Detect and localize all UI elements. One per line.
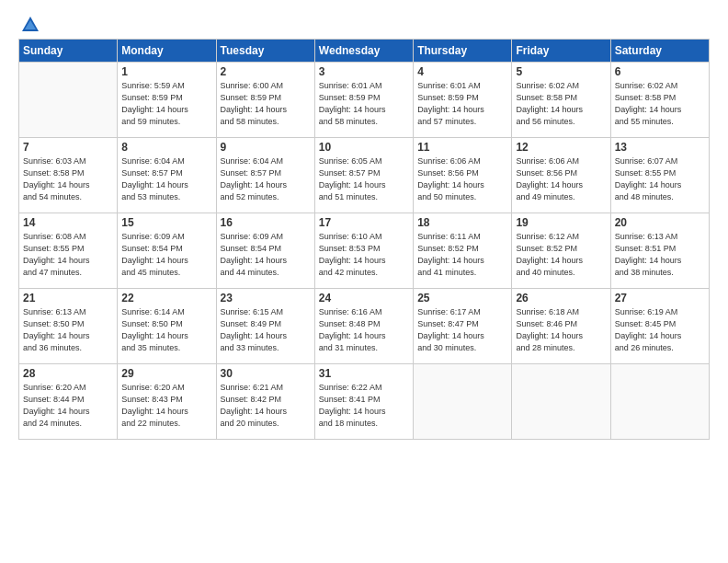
calendar-cell: 19Sunrise: 6:12 AMSunset: 8:52 PMDayligh… — [512, 213, 610, 289]
day-info: Sunrise: 6:06 AMSunset: 8:56 PMDaylight:… — [417, 155, 507, 203]
calendar-cell — [610, 364, 709, 440]
day-number: 5 — [516, 65, 606, 78]
day-number: 17 — [319, 216, 409, 229]
day-number: 23 — [221, 292, 311, 304]
calendar-cell: 24Sunrise: 6:16 AMSunset: 8:48 PMDayligh… — [314, 289, 413, 364]
day-info: Sunrise: 6:01 AMSunset: 8:59 PMDaylight:… — [417, 80, 507, 128]
day-number: 30 — [221, 367, 311, 380]
day-info: Sunrise: 6:13 AMSunset: 8:50 PMDaylight:… — [23, 306, 113, 354]
day-number: 28 — [23, 367, 113, 380]
weekday-header: Saturday — [610, 40, 709, 63]
day-info: Sunrise: 6:04 AMSunset: 8:57 PMDaylight:… — [221, 155, 311, 203]
day-number: 8 — [121, 141, 211, 154]
calendar-week-row: 7Sunrise: 6:03 AMSunset: 8:58 PMDaylight… — [19, 138, 710, 213]
calendar-cell: 1Sunrise: 5:59 AMSunset: 8:59 PMDaylight… — [118, 63, 216, 138]
calendar-cell: 27Sunrise: 6:19 AMSunset: 8:45 PMDayligh… — [610, 289, 709, 364]
day-number: 14 — [23, 216, 113, 229]
calendar-header-row: SundayMondayTuesdayWednesdayThursdayFrid… — [19, 40, 710, 63]
calendar-cell: 9Sunrise: 6:04 AMSunset: 8:57 PMDaylight… — [216, 138, 314, 213]
day-info: Sunrise: 6:12 AMSunset: 8:52 PMDaylight:… — [516, 231, 606, 279]
calendar-week-row: 28Sunrise: 6:20 AMSunset: 8:44 PMDayligh… — [19, 364, 710, 440]
day-number: 22 — [121, 292, 211, 304]
day-info: Sunrise: 6:09 AMSunset: 8:54 PMDaylight:… — [121, 231, 211, 279]
day-info: Sunrise: 6:19 AMSunset: 8:45 PMDaylight:… — [615, 306, 705, 354]
day-info: Sunrise: 6:00 AMSunset: 8:59 PMDaylight:… — [221, 80, 311, 128]
day-number: 6 — [615, 65, 705, 78]
calendar-cell: 26Sunrise: 6:18 AMSunset: 8:46 PMDayligh… — [512, 289, 610, 364]
day-info: Sunrise: 6:14 AMSunset: 8:50 PMDaylight:… — [121, 306, 211, 354]
calendar-cell: 3Sunrise: 6:01 AMSunset: 8:59 PMDaylight… — [314, 63, 413, 138]
day-info: Sunrise: 6:13 AMSunset: 8:51 PMDaylight:… — [615, 231, 705, 279]
day-number: 2 — [221, 65, 311, 78]
calendar-cell: 15Sunrise: 6:09 AMSunset: 8:54 PMDayligh… — [118, 213, 216, 289]
day-info: Sunrise: 6:21 AMSunset: 8:42 PMDaylight:… — [221, 382, 311, 430]
day-info: Sunrise: 5:59 AMSunset: 8:59 PMDaylight:… — [121, 80, 211, 128]
day-number: 16 — [221, 216, 311, 229]
calendar-cell: 29Sunrise: 6:20 AMSunset: 8:43 PMDayligh… — [118, 364, 216, 440]
calendar-cell: 6Sunrise: 6:02 AMSunset: 8:58 PMDaylight… — [610, 63, 709, 138]
day-info: Sunrise: 6:17 AMSunset: 8:47 PMDaylight:… — [417, 306, 507, 354]
weekday-header: Monday — [118, 40, 216, 63]
day-number: 29 — [121, 367, 211, 380]
day-number: 10 — [319, 141, 409, 154]
calendar-week-row: 1Sunrise: 5:59 AMSunset: 8:59 PMDaylight… — [19, 63, 710, 138]
day-info: Sunrise: 6:07 AMSunset: 8:55 PMDaylight:… — [615, 155, 705, 203]
calendar-cell — [414, 364, 512, 440]
weekday-header: Friday — [512, 40, 610, 63]
day-number: 27 — [615, 292, 705, 304]
logo — [18, 15, 40, 31]
calendar-cell: 30Sunrise: 6:21 AMSunset: 8:42 PMDayligh… — [216, 364, 314, 440]
calendar-cell: 28Sunrise: 6:20 AMSunset: 8:44 PMDayligh… — [19, 364, 118, 440]
day-number: 20 — [615, 216, 705, 229]
calendar-cell: 2Sunrise: 6:00 AMSunset: 8:59 PMDaylight… — [216, 63, 314, 138]
day-info: Sunrise: 6:06 AMSunset: 8:56 PMDaylight:… — [516, 155, 606, 203]
calendar-cell: 16Sunrise: 6:09 AMSunset: 8:54 PMDayligh… — [216, 213, 314, 289]
calendar-cell: 22Sunrise: 6:14 AMSunset: 8:50 PMDayligh… — [118, 289, 216, 364]
calendar-cell: 4Sunrise: 6:01 AMSunset: 8:59 PMDaylight… — [414, 63, 512, 138]
calendar-table: SundayMondayTuesdayWednesdayThursdayFrid… — [18, 39, 710, 440]
calendar-cell: 8Sunrise: 6:04 AMSunset: 8:57 PMDaylight… — [118, 138, 216, 213]
calendar-cell: 20Sunrise: 6:13 AMSunset: 8:51 PMDayligh… — [610, 213, 709, 289]
day-info: Sunrise: 6:05 AMSunset: 8:57 PMDaylight:… — [319, 155, 409, 203]
day-info: Sunrise: 6:08 AMSunset: 8:55 PMDaylight:… — [23, 231, 113, 279]
weekday-header: Thursday — [414, 40, 512, 63]
day-info: Sunrise: 6:22 AMSunset: 8:41 PMDaylight:… — [319, 382, 409, 430]
header — [18, 15, 710, 31]
weekday-header: Sunday — [19, 40, 118, 63]
day-number: 31 — [319, 367, 409, 380]
calendar-cell: 18Sunrise: 6:11 AMSunset: 8:52 PMDayligh… — [414, 213, 512, 289]
day-number: 19 — [516, 216, 606, 229]
calendar-cell: 5Sunrise: 6:02 AMSunset: 8:58 PMDaylight… — [512, 63, 610, 138]
day-info: Sunrise: 6:20 AMSunset: 8:44 PMDaylight:… — [23, 382, 113, 430]
day-info: Sunrise: 6:02 AMSunset: 8:58 PMDaylight:… — [615, 80, 705, 128]
calendar-cell — [19, 63, 118, 138]
calendar-week-row: 21Sunrise: 6:13 AMSunset: 8:50 PMDayligh… — [19, 289, 710, 364]
weekday-header: Tuesday — [216, 40, 314, 63]
calendar-cell: 11Sunrise: 6:06 AMSunset: 8:56 PMDayligh… — [414, 138, 512, 213]
day-number: 25 — [417, 292, 507, 304]
calendar-cell: 10Sunrise: 6:05 AMSunset: 8:57 PMDayligh… — [314, 138, 413, 213]
page: SundayMondayTuesdayWednesdayThursdayFrid… — [0, 0, 728, 563]
calendar-cell: 21Sunrise: 6:13 AMSunset: 8:50 PMDayligh… — [19, 289, 118, 364]
day-number: 18 — [417, 216, 507, 229]
calendar-cell: 12Sunrise: 6:06 AMSunset: 8:56 PMDayligh… — [512, 138, 610, 213]
day-number: 11 — [417, 141, 507, 154]
day-number: 1 — [121, 65, 211, 78]
day-number: 21 — [23, 292, 113, 304]
day-number: 3 — [319, 65, 409, 78]
calendar-cell — [512, 364, 610, 440]
day-number: 9 — [221, 141, 311, 154]
day-info: Sunrise: 6:16 AMSunset: 8:48 PMDaylight:… — [319, 306, 409, 354]
calendar-week-row: 14Sunrise: 6:08 AMSunset: 8:55 PMDayligh… — [19, 213, 710, 289]
day-number: 12 — [516, 141, 606, 154]
day-number: 7 — [23, 141, 113, 154]
day-info: Sunrise: 6:20 AMSunset: 8:43 PMDaylight:… — [121, 382, 211, 430]
calendar-cell: 14Sunrise: 6:08 AMSunset: 8:55 PMDayligh… — [19, 213, 118, 289]
day-info: Sunrise: 6:11 AMSunset: 8:52 PMDaylight:… — [417, 231, 507, 279]
day-info: Sunrise: 6:09 AMSunset: 8:54 PMDaylight:… — [221, 231, 311, 279]
day-info: Sunrise: 6:02 AMSunset: 8:58 PMDaylight:… — [516, 80, 606, 128]
day-number: 26 — [516, 292, 606, 304]
calendar-cell: 17Sunrise: 6:10 AMSunset: 8:53 PMDayligh… — [314, 213, 413, 289]
logo-icon — [20, 15, 40, 35]
calendar-cell: 7Sunrise: 6:03 AMSunset: 8:58 PMDaylight… — [19, 138, 118, 213]
